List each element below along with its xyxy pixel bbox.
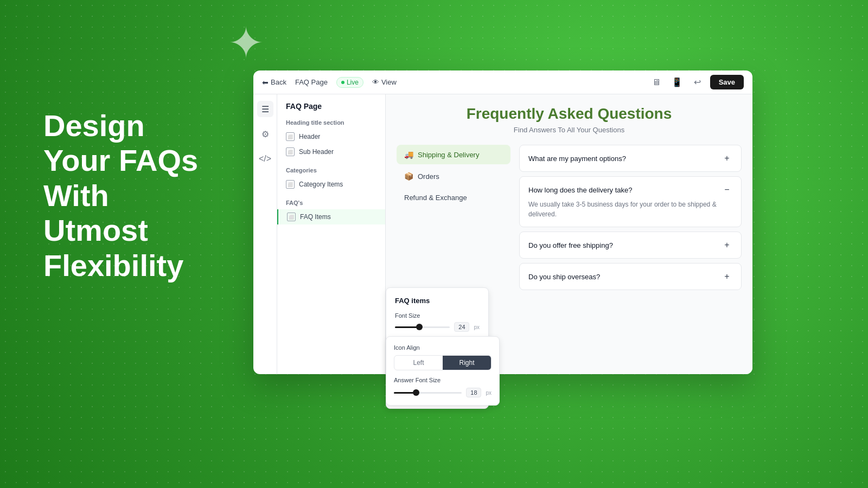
- eye-icon: 👁: [372, 78, 379, 86]
- hero-line-3: With: [43, 178, 198, 213]
- desktop-icon-button[interactable]: 🖥: [648, 74, 665, 91]
- live-label: Live: [347, 79, 359, 86]
- font-size-value: 24: [454, 322, 469, 332]
- view-label: View: [381, 78, 397, 86]
- answer-slider-thumb[interactable]: [413, 389, 419, 396]
- faq-card-4-header: Do you ship overseas? +: [528, 271, 732, 282]
- refund-label: Refund & Exchange: [404, 194, 467, 202]
- hero-line-4: Utmost: [43, 213, 198, 248]
- header-item-icon: ⬜: [286, 132, 295, 141]
- questions-column: What are my payment options? + How long …: [519, 145, 742, 294]
- panel-title: FAQ Page: [277, 94, 385, 116]
- tablet-icon-button[interactable]: 📱: [669, 74, 685, 91]
- top-bar-left: ⬅ Back FAQ Page Live 👁 View: [262, 77, 397, 88]
- faq-toggle-2[interactable]: −: [722, 184, 732, 195]
- category-refund[interactable]: Refund & Exchange: [397, 188, 510, 207]
- font-size-slider-row: 24 px: [395, 322, 480, 332]
- heading-section-label: Heading title section: [277, 116, 385, 129]
- faq-items-label: FAQ Items: [300, 213, 331, 221]
- hero-line-1: Design: [43, 108, 198, 143]
- faq-toggle-1[interactable]: +: [722, 153, 732, 164]
- font-size-fill: [395, 326, 417, 328]
- faq-card-4: Do you ship overseas? +: [519, 263, 742, 290]
- font-size-px: px: [474, 324, 480, 330]
- sidebar-item-category-items[interactable]: ⬜ Category Items: [277, 177, 385, 192]
- save-button[interactable]: Save: [710, 75, 744, 89]
- icon-align-label: Icon Align: [394, 344, 492, 351]
- shipping-icon: 🚚: [404, 150, 413, 159]
- app-window: ⬅ Back FAQ Page Live 👁 View 🖥 📱 ↩ Save ☰…: [253, 70, 752, 374]
- subpanel-title: FAQ items: [395, 297, 480, 305]
- sidebar-item-faq-items[interactable]: ⬜ FAQ Items: [277, 209, 385, 224]
- back-label: Back: [271, 78, 286, 86]
- hero-text: Design Your FAQs With Utmost Flexibility: [43, 108, 198, 283]
- live-badge: Live: [336, 77, 363, 88]
- faq-question-2: How long does the delivery take?: [528, 186, 633, 194]
- sidebar-layers-icon[interactable]: ☰: [257, 101, 273, 117]
- view-button[interactable]: 👁 View: [372, 78, 397, 86]
- top-bar-right: 🖥 📱 ↩ Save: [648, 74, 744, 91]
- faq-card-3-header: Do you offer free shipping? +: [528, 240, 732, 251]
- answer-font-px: px: [486, 390, 492, 396]
- category-item-icon: ⬜: [286, 180, 295, 189]
- categories-column: 🚚 Shipping & Delivery 📦 Orders Refund & …: [397, 145, 510, 294]
- faq-card-1: What are my payment options? +: [519, 145, 742, 172]
- left-panel: FAQ Page Heading title section ⬜ Header …: [277, 94, 386, 374]
- faqs-section-group: FAQ's ⬜ FAQ Items: [277, 196, 385, 224]
- sidebar-icons: ☰ ⚙ </>: [253, 94, 277, 374]
- top-bar: ⬅ Back FAQ Page Live 👁 View 🖥 📱 ↩ Save: [253, 70, 752, 94]
- faqs-section-label: FAQ's: [277, 196, 385, 209]
- answer-font-size-row: 18 px: [394, 388, 492, 397]
- categories-section-group: Categories ⬜ Category Items: [277, 164, 385, 192]
- font-size-track[interactable]: [395, 326, 450, 328]
- faq-layout: 🚚 Shipping & Delivery 📦 Orders Refund & …: [397, 145, 742, 294]
- sidebar-item-header[interactable]: ⬜ Header: [277, 129, 385, 144]
- sidebar-item-subheader[interactable]: ⬜ Sub Header: [277, 144, 385, 159]
- font-size-label: Font Size: [395, 312, 480, 319]
- undo-icon-button[interactable]: ↩: [690, 74, 706, 91]
- orders-icon: 📦: [404, 172, 413, 181]
- category-shipping[interactable]: 🚚 Shipping & Delivery: [397, 145, 510, 164]
- hero-line-2: Your FAQs: [43, 143, 198, 178]
- faq-toggle-3[interactable]: +: [722, 240, 732, 251]
- font-size-control: Font Size 24 px: [395, 312, 480, 332]
- page-name: FAQ Page: [295, 78, 328, 86]
- align-toggle-group: Left Right: [394, 355, 492, 370]
- sidebar-settings-icon[interactable]: ⚙: [257, 126, 273, 142]
- subheader-item-icon: ⬜: [286, 147, 295, 156]
- faq-item-icon: ⬜: [287, 213, 296, 221]
- faq-page-subheading: Find Answers To All Your Questions: [397, 126, 742, 134]
- answer-font-size-label: Answer Font Size: [394, 377, 492, 383]
- faq-answer-2: We usually take 3-5 business days for yo…: [528, 200, 732, 219]
- answer-slider-track[interactable]: [394, 392, 462, 394]
- faq-card-2: How long does the delivery take? − We us…: [519, 176, 742, 227]
- faq-card-2-header: How long does the delivery take? −: [528, 184, 732, 195]
- faq-card-3: Do you offer free shipping? +: [519, 232, 742, 259]
- font-size-thumb[interactable]: [416, 324, 423, 330]
- faq-card-1-header: What are my payment options? +: [528, 153, 732, 164]
- sidebar-code-icon[interactable]: </>: [257, 151, 273, 167]
- hero-line-5: Flexibility: [43, 248, 198, 283]
- align-left-button[interactable]: Left: [394, 356, 443, 370]
- answer-slider-fill: [394, 392, 414, 394]
- faq-toggle-4[interactable]: +: [722, 271, 732, 282]
- back-icon: ⬅: [262, 78, 269, 87]
- orders-label: Orders: [418, 172, 439, 181]
- faq-page-heading: Frequently Asked Questions: [397, 105, 742, 123]
- main-content: ☰ ⚙ </> FAQ Page Heading title section ⬜…: [253, 94, 752, 374]
- align-right-button[interactable]: Right: [443, 356, 491, 370]
- star-decoration: ✦: [228, 22, 264, 65]
- category-orders[interactable]: 📦 Orders: [397, 166, 510, 186]
- shipping-label: Shipping & Delivery: [418, 151, 479, 159]
- icon-align-subpanel: Icon Align Left Right Answer Font Size 1…: [386, 336, 500, 406]
- header-item-label: Header: [299, 133, 320, 140]
- live-dot: [341, 81, 344, 84]
- answer-font-size-value: 18: [466, 388, 481, 397]
- subheader-item-label: Sub Header: [299, 148, 334, 156]
- faq-question-4: Do you ship overseas?: [528, 273, 600, 281]
- heading-section-group: Heading title section ⬜ Header ⬜ Sub Hea…: [277, 116, 385, 159]
- faq-question-1: What are my payment options?: [528, 155, 626, 163]
- faq-question-3: Do you offer free shipping?: [528, 241, 613, 249]
- categories-section-label: Categories: [277, 164, 385, 177]
- back-button[interactable]: ⬅ Back: [262, 78, 286, 87]
